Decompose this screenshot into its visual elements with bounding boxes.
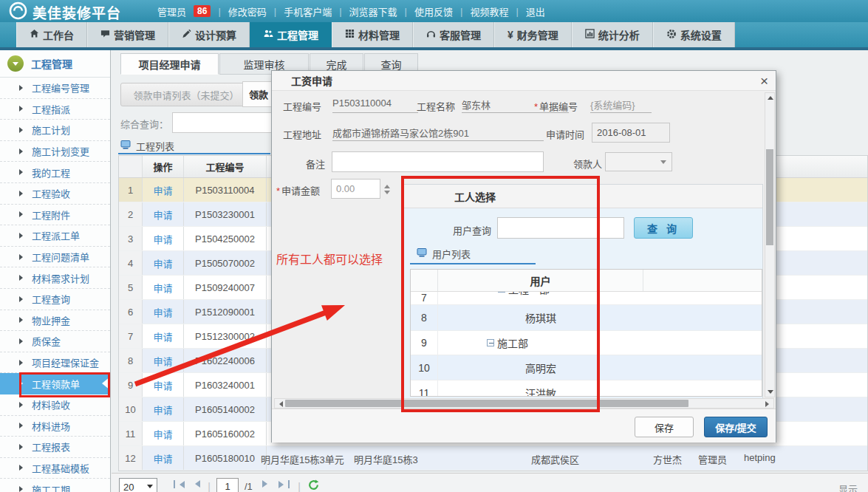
top-header-bar: 美佳装修平台 管理员 86 | 修改密码 | 手机客户端 | 浏览器下载 | 使… <box>0 0 868 22</box>
primary-nav: 工作台 营销管理 设计预算 工程管理 材料管理 客服管理 <box>0 22 868 47</box>
amount-spinner[interactable] <box>384 182 390 197</box>
brand: 美佳装修平台 <box>9 1 121 23</box>
nav-tab-design-budget[interactable]: 设计预算 <box>168 22 250 47</box>
apply-link[interactable]: 申请 <box>143 324 184 348</box>
sidebar-item-construction-period[interactable]: 施工工期 <box>0 479 110 492</box>
col-header-user: 用户 <box>438 270 643 291</box>
horizontal-scrollbar[interactable] <box>274 398 774 409</box>
page-number-input[interactable] <box>216 478 239 492</box>
doc-value: {系统编码} <box>590 98 652 113</box>
nav-tab-engineering[interactable]: 工程管理 <box>250 22 332 47</box>
sidebar-item-attachments[interactable]: 工程附件 <box>0 205 110 226</box>
user-row[interactable]: 9 施工部 <box>411 331 762 355</box>
menu-feedback[interactable]: 使用反馈 <box>414 4 453 18</box>
sidebar-item-my-projects[interactable]: 我的工程 <box>0 162 110 183</box>
apply-link[interactable]: 申请 <box>143 178 184 202</box>
prev-page-button[interactable] <box>191 480 200 488</box>
save-submit-button[interactable]: 保存/提交 <box>704 417 768 437</box>
close-icon[interactable]: × <box>760 72 768 90</box>
save-button[interactable]: 保存 <box>635 417 694 437</box>
scroll-right-icon[interactable] <box>765 401 772 407</box>
table-row[interactable]: 12 申请 P1605180010 明月华庭15栋3单元 明月华庭15栋3 成都… <box>119 446 867 471</box>
apply-link[interactable]: 申请 <box>143 446 184 470</box>
menu-video-tutorial[interactable]: 视频教程 <box>470 4 508 18</box>
sidebar-item-project-query[interactable]: 工程查询 <box>0 289 110 310</box>
sidebar-item-construction-plan[interactable]: 施工计划 <box>0 120 110 141</box>
nav-tab-finance[interactable]: ¥ 财务管理 <box>494 22 572 47</box>
first-page-button[interactable] <box>174 480 185 488</box>
arrow-icon <box>19 486 26 492</box>
nav-tab-materials[interactable]: 材料管理 <box>332 22 413 47</box>
sidebar-item-property-deposit[interactable]: 物业押金 <box>0 310 110 332</box>
menu-browser-download[interactable]: 浏览器下载 <box>349 4 397 18</box>
last-page-button[interactable] <box>278 480 290 488</box>
menu-logout[interactable]: 退出 <box>526 4 545 18</box>
sidebar-item-payment-request[interactable]: 工程领款单 <box>0 373 110 394</box>
tab-pm-application[interactable]: 项目经理申请 <box>120 53 219 75</box>
sidebar-item-acceptance[interactable]: 工程验收 <box>0 183 110 205</box>
scrollbar-thumb[interactable] <box>766 149 773 245</box>
sidebar-item-base-template[interactable]: 工程基础模板 <box>0 458 110 479</box>
sidebar-item-material-acceptance[interactable]: 材料验收 <box>0 394 110 416</box>
apply-link[interactable]: 申请 <box>143 349 184 372</box>
apply-link[interactable]: 申请 <box>143 202 184 226</box>
chevron-down-icon <box>147 485 153 491</box>
scroll-left-icon[interactable] <box>276 401 283 407</box>
collapse-circle-icon[interactable] <box>7 55 24 72</box>
amount-input[interactable] <box>331 179 380 199</box>
tree-collapse-icon[interactable] <box>487 339 494 346</box>
sidebar-item-pm-deposit[interactable]: 项目经理保证金 <box>0 352 110 374</box>
sidebar-item-quality-deposit[interactable]: 质保金 <box>0 331 110 352</box>
page-size-select[interactable]: 20 <box>119 478 157 492</box>
unsubmitted-list-button[interactable]: 领款申请列表（未提交） <box>120 83 252 106</box>
user-query-label: 用户查询 <box>453 223 491 237</box>
scrollbar-thumb[interactable] <box>285 400 688 407</box>
tree-collapse-icon[interactable] <box>498 292 505 293</box>
user-row[interactable]: 8 杨琪琪 <box>411 305 762 331</box>
menu-change-password[interactable]: 修改密码 <box>228 4 267 18</box>
grid-icon <box>345 29 355 41</box>
scroll-down-icon[interactable] <box>768 390 773 394</box>
sidebar-item-material-entry[interactable]: 材料进场 <box>0 416 110 437</box>
apply-link[interactable]: 申请 <box>143 397 184 421</box>
menu-mobile-client[interactable]: 手机客户端 <box>284 4 332 18</box>
admin-link[interactable]: 管理员 <box>157 4 186 18</box>
apply-link[interactable]: 申请 <box>143 276 184 299</box>
apply-link[interactable]: 申请 <box>143 251 184 275</box>
user-row[interactable]: 7 工程一部 <box>411 292 762 305</box>
nav-tab-marketing[interactable]: 营销管理 <box>87 22 168 47</box>
sidebar-item-construction-plan-change[interactable]: 施工计划变更 <box>0 141 110 163</box>
sidebar-item-issue-list[interactable]: 工程问题清单 <box>0 247 110 268</box>
next-page-button[interactable] <box>262 480 271 488</box>
sidebar-item-reports[interactable]: 工程报表 <box>0 437 110 458</box>
sidebar-item-engineering-number-mgmt[interactable]: 工程编号管理 <box>0 78 110 99</box>
payee-select[interactable] <box>605 152 672 171</box>
user-query-input[interactable] <box>497 217 624 239</box>
nav-tab-system-settings[interactable]: 系统设置 <box>653 22 735 47</box>
home-icon <box>30 29 39 41</box>
nav-tab-statistics[interactable]: 统计分析 <box>572 22 653 47</box>
refresh-icon[interactable] <box>308 479 319 492</box>
apply-link[interactable]: 申请 <box>143 300 184 324</box>
page-total: /1 <box>245 481 253 492</box>
scroll-up-icon[interactable] <box>768 96 773 100</box>
remark-input[interactable] <box>332 151 544 172</box>
arrow-icon <box>19 296 26 302</box>
nav-tab-customer-service[interactable]: 客服管理 <box>413 22 494 47</box>
name-label: 工程名称 <box>417 99 455 113</box>
user-query-button[interactable]: 查 询 <box>634 217 693 239</box>
apply-link[interactable]: 申请 <box>143 422 184 445</box>
sidebar-item-material-demand-plan[interactable]: 材料需求计划 <box>0 267 110 289</box>
vertical-scrollbar[interactable] <box>765 92 775 397</box>
sidebar-item-work-order[interactable]: 工程派工单 <box>0 225 110 247</box>
apply-link[interactable]: 申请 <box>143 373 184 397</box>
user-list-title: 用户列表 <box>417 247 471 261</box>
user-row[interactable]: 11 汪洪敏 <box>411 380 762 397</box>
sidebar-header[interactable]: 工程管理 <box>0 50 110 78</box>
user-row[interactable]: 10 高明宏 <box>411 355 762 380</box>
sidebar-item-engineering-dispatch[interactable]: 工程指派 <box>0 99 110 120</box>
apply-link[interactable]: 申请 <box>143 227 184 250</box>
nav-tab-workbench[interactable]: 工作台 <box>16 22 87 47</box>
notification-badge[interactable]: 86 <box>194 5 211 17</box>
apply-time-input[interactable] <box>592 123 670 143</box>
